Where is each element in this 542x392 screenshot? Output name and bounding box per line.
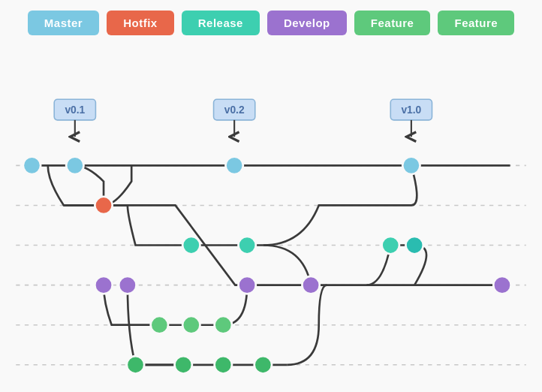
diagram-area: v0.1 v0.2 v1.0 [0,46,542,392]
legend: Master Hotfix Release Develop Feature Fe… [0,0,542,46]
feature2-node-2 [175,356,192,373]
legend-release: Release [182,11,260,35]
tag-v02-label: v0.2 [224,104,245,116]
feature1-node-2 [182,316,200,333]
master-node-start [23,157,41,174]
develop-node-1 [95,276,112,294]
legend-feature2: Feature [438,11,514,35]
release-node-1 [182,237,200,254]
develop-node-3 [238,276,255,294]
tag-v01-label: v0.1 [65,104,85,116]
master-node-v02 [225,157,242,174]
develop-node-4 [302,276,319,294]
feature2-node-1 [127,356,144,373]
legend-hotfix: Hotfix [107,11,174,35]
git-flow-diagram: v0.1 v0.2 v1.0 [0,46,542,392]
feature2-node-3 [215,356,232,373]
hotfix-node [95,197,112,214]
legend-feature1: Feature [354,11,431,35]
develop-node-2 [119,276,136,294]
develop-node-5 [493,276,510,294]
feature1-node-3 [215,316,232,333]
legend-master: Master [28,11,99,35]
master-node-v10 [402,157,420,174]
tag-v10-label: v1.0 [401,104,421,116]
feature1-node-1 [151,316,168,333]
teal-node-2 [405,237,423,254]
release-merge-master [263,165,417,245]
legend-develop: Develop [267,11,347,35]
feature2-node-4 [254,356,272,373]
master-node-v01 [66,157,83,174]
teal-node-1 [382,237,399,254]
release-node-2 [238,237,255,254]
